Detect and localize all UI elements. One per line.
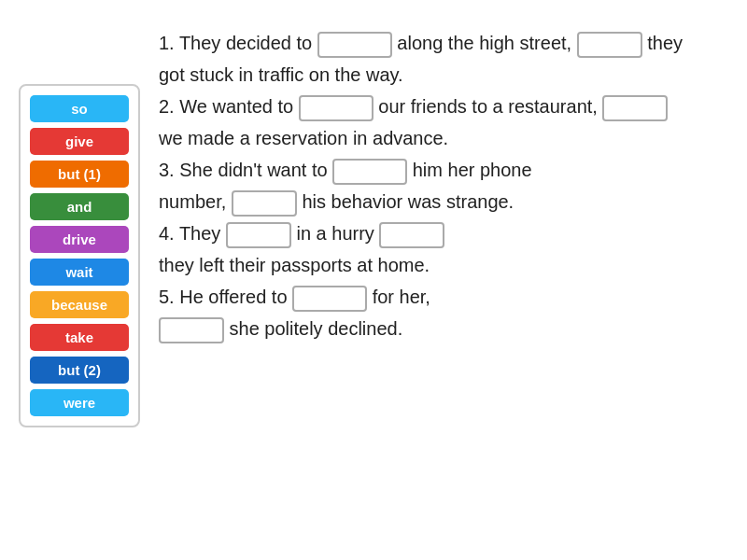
word-bank: so give but (1) and drive wait because t… xyxy=(19,84,140,427)
s5-text3: she politely declined. xyxy=(230,318,403,339)
s3-blank1[interactable] xyxy=(332,159,407,185)
sentence-4: 4. They in a hurry xyxy=(159,218,728,248)
sentence-1b: got stuck in traffic on the way. xyxy=(159,60,728,90)
s3-text2: him her phone xyxy=(413,160,532,180)
s5-blank2[interactable] xyxy=(159,317,224,343)
chip-but2[interactable]: but (2) xyxy=(30,357,129,384)
s3-text3: number, xyxy=(159,191,232,212)
s3-blank2[interactable] xyxy=(232,190,297,217)
sentence-1: 1. They decided to along the high street… xyxy=(159,28,728,58)
s1-blank1[interactable] xyxy=(317,32,392,58)
s3-num: 3. xyxy=(159,160,175,180)
s1-text1: They decided to xyxy=(179,33,317,53)
s1-text2: along the high street, xyxy=(397,33,576,53)
s3-text1: She didn't want to xyxy=(179,160,332,180)
s1-num: 1. xyxy=(159,33,175,53)
sentence-2: 2. We wanted to our friends to a restaur… xyxy=(159,91,728,121)
chip-and[interactable]: and xyxy=(30,193,129,220)
s5-text2: for her, xyxy=(373,287,430,307)
s1-text3: they xyxy=(647,33,683,53)
s3-text4: his behavior was strange. xyxy=(302,191,514,212)
chip-because[interactable]: because xyxy=(30,291,129,318)
s4-blank1[interactable] xyxy=(226,222,291,248)
sentence-3b: number, his behavior was strange. xyxy=(159,187,728,217)
s2-text2: our friends to a restaurant, xyxy=(378,96,602,117)
s2-blank1[interactable] xyxy=(299,95,374,121)
sentence-5b: she politely declined. xyxy=(159,314,728,343)
s5-blank1[interactable] xyxy=(292,286,367,312)
chip-take[interactable]: take xyxy=(30,324,129,351)
exercise-content: 1. They decided to along the high street… xyxy=(159,19,728,541)
s5-num: 5. xyxy=(159,287,175,307)
s4-text2: in a hurry xyxy=(296,223,379,244)
chip-so[interactable]: so xyxy=(30,95,129,122)
s2-num: 2. xyxy=(159,96,175,117)
s2-text1: We wanted to xyxy=(179,96,298,117)
chip-give[interactable]: give xyxy=(30,128,129,155)
chip-but1[interactable]: but (1) xyxy=(30,161,129,188)
s5-text1: He offered to xyxy=(179,287,292,307)
s4-blank2[interactable] xyxy=(379,222,444,248)
sentence-2b: we made a reservation in advance. xyxy=(159,123,728,153)
s1-blank2[interactable] xyxy=(577,32,642,58)
s2-blank2[interactable] xyxy=(602,95,668,121)
chip-were[interactable]: were xyxy=(30,389,129,416)
chip-wait[interactable]: wait xyxy=(30,259,129,286)
sentence-5: 5. He offered to for her, xyxy=(159,282,728,312)
s2-text3: we made a reservation in advance. xyxy=(159,128,448,148)
s4-text3: they left their passports at home. xyxy=(159,255,430,275)
sentence-3: 3. She didn't want to him her phone xyxy=(159,155,728,185)
chip-drive[interactable]: drive xyxy=(30,226,129,253)
sentence-4b: they left their passports at home. xyxy=(159,250,728,280)
s4-text1: They xyxy=(179,223,226,244)
s4-num: 4. xyxy=(159,223,175,244)
s1-text4: got stuck in traffic on the way. xyxy=(159,64,403,85)
